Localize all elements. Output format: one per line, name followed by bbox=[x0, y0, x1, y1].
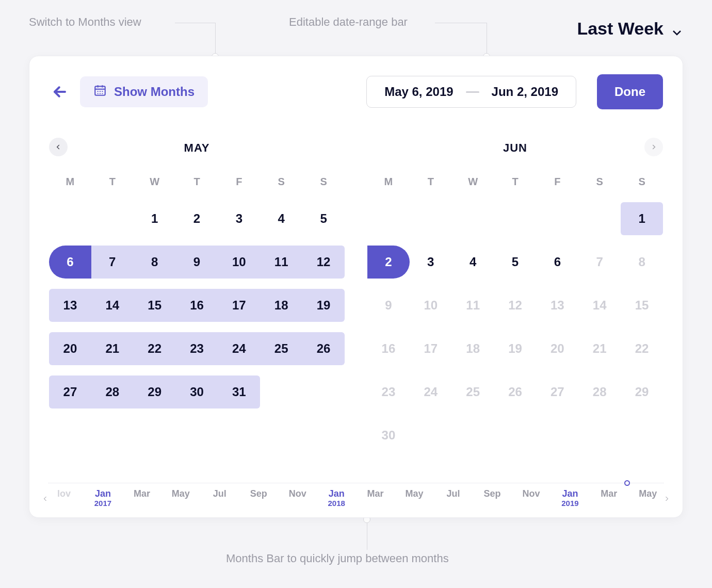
month-next-button[interactable] bbox=[644, 138, 663, 156]
day-empty bbox=[578, 414, 621, 457]
day-cell[interactable]: 1 bbox=[621, 197, 663, 240]
day-cell[interactable]: 29 bbox=[621, 370, 663, 414]
day-cell[interactable]: 12 bbox=[494, 284, 537, 327]
day-cell[interactable]: 12 bbox=[302, 240, 345, 284]
day-cell[interactable]: 28 bbox=[578, 370, 621, 414]
day-cell[interactable]: 4 bbox=[260, 197, 302, 240]
day-cell[interactable]: 14 bbox=[91, 284, 134, 327]
range-to: Jun 2, 2019 bbox=[492, 85, 558, 99]
done-button[interactable]: Done bbox=[597, 74, 663, 109]
timeline-month[interactable]: Jan2017 bbox=[91, 488, 115, 508]
timeline-month-label: Nov bbox=[286, 488, 310, 499]
day-cell[interactable]: 27 bbox=[49, 370, 91, 414]
day-cell[interactable]: 3 bbox=[218, 197, 260, 240]
timeline-month[interactable]: Mar bbox=[597, 488, 621, 499]
day-cell[interactable]: 6 bbox=[536, 240, 578, 284]
month-prev-button[interactable] bbox=[49, 138, 68, 156]
day-cell[interactable]: 11 bbox=[260, 240, 302, 284]
timeline-month[interactable]: Sep bbox=[480, 488, 504, 499]
day-cell[interactable]: 14 bbox=[578, 284, 621, 327]
timeline-month[interactable]: Sep bbox=[247, 488, 270, 499]
range-preset-dropdown[interactable]: Last Week bbox=[577, 19, 683, 39]
day-number: 28 bbox=[105, 385, 119, 399]
show-months-button[interactable]: Show Months bbox=[80, 76, 208, 107]
day-cell[interactable]: 24 bbox=[410, 370, 452, 414]
day-cell[interactable]: 8 bbox=[134, 240, 176, 284]
day-number: 4 bbox=[470, 255, 476, 269]
day-cell[interactable]: 16 bbox=[367, 327, 410, 370]
day-number: 24 bbox=[232, 341, 246, 356]
day-cell[interactable]: 5 bbox=[302, 197, 345, 240]
day-cell[interactable]: 28 bbox=[91, 370, 134, 414]
day-cell[interactable]: 25 bbox=[452, 370, 494, 414]
day-cell[interactable]: 16 bbox=[176, 284, 218, 327]
day-cell[interactable]: 11 bbox=[452, 284, 494, 327]
day-cell[interactable]: 24 bbox=[218, 327, 260, 370]
timeline-month[interactable]: Nov bbox=[519, 488, 543, 499]
timeline-month[interactable]: lov bbox=[52, 488, 76, 499]
day-cell[interactable]: 19 bbox=[494, 327, 537, 370]
day-cell[interactable]: 27 bbox=[536, 370, 578, 414]
day-cell[interactable]: 13 bbox=[49, 284, 91, 327]
timeline-month[interactable]: May bbox=[402, 488, 426, 499]
day-cell[interactable]: 30 bbox=[367, 414, 410, 457]
date-range-input[interactable]: May 6, 2019 Jun 2, 2019 bbox=[366, 76, 576, 108]
timeline-month[interactable]: Mar bbox=[130, 488, 154, 499]
day-cell[interactable]: 9 bbox=[367, 284, 410, 327]
day-cell[interactable]: 6 bbox=[49, 240, 91, 284]
day-cell[interactable]: 22 bbox=[621, 327, 663, 370]
day-number: 17 bbox=[232, 298, 246, 313]
timeline-month[interactable]: Jan2018 bbox=[325, 488, 348, 508]
day-cell[interactable]: 23 bbox=[176, 327, 218, 370]
day-cell[interactable]: 20 bbox=[536, 327, 578, 370]
day-cell[interactable]: 7 bbox=[91, 240, 134, 284]
day-number: 12 bbox=[508, 298, 522, 313]
day-cell[interactable]: 8 bbox=[621, 240, 663, 284]
day-cell[interactable]: 31 bbox=[218, 370, 260, 414]
day-cell[interactable]: 13 bbox=[536, 284, 578, 327]
timeline-month[interactable]: Jul bbox=[208, 488, 232, 499]
day-cell[interactable]: 21 bbox=[578, 327, 621, 370]
day-cell[interactable]: 17 bbox=[218, 284, 260, 327]
day-cell[interactable]: 22 bbox=[134, 327, 176, 370]
timeline-prev-button[interactable] bbox=[39, 488, 52, 509]
timeline-month[interactable]: Jul bbox=[442, 488, 465, 499]
timeline-month[interactable]: Nov bbox=[286, 488, 310, 499]
timeline-rail[interactable] bbox=[48, 483, 664, 483]
day-cell[interactable]: 10 bbox=[410, 284, 452, 327]
day-number: 13 bbox=[551, 298, 564, 313]
day-cell[interactable]: 4 bbox=[452, 240, 494, 284]
annotation-leader bbox=[435, 23, 487, 23]
day-cell[interactable]: 2 bbox=[367, 240, 410, 284]
day-cell[interactable]: 29 bbox=[134, 370, 176, 414]
day-number: 3 bbox=[236, 211, 242, 226]
day-cell[interactable]: 5 bbox=[494, 240, 537, 284]
day-cell[interactable]: 15 bbox=[621, 284, 663, 327]
day-cell[interactable]: 17 bbox=[410, 327, 452, 370]
back-button[interactable] bbox=[49, 81, 71, 103]
day-cell[interactable]: 26 bbox=[494, 370, 537, 414]
timeline-month[interactable]: May bbox=[636, 488, 660, 499]
timeline-month[interactable]: Mar bbox=[364, 488, 387, 499]
day-cell[interactable]: 25 bbox=[260, 327, 302, 370]
day-cell[interactable]: 26 bbox=[302, 327, 345, 370]
day-cell[interactable]: 23 bbox=[367, 370, 410, 414]
day-cell[interactable]: 18 bbox=[260, 284, 302, 327]
day-cell[interactable]: 19 bbox=[302, 284, 345, 327]
day-cell[interactable]: 10 bbox=[218, 240, 260, 284]
day-cell[interactable]: 9 bbox=[176, 240, 218, 284]
day-cell[interactable]: 2 bbox=[176, 197, 218, 240]
day-cell[interactable]: 30 bbox=[176, 370, 218, 414]
timeline-handle-icon[interactable] bbox=[624, 480, 630, 486]
day-cell[interactable]: 7 bbox=[578, 240, 621, 284]
day-number: 5 bbox=[512, 255, 519, 269]
timeline-month[interactable]: Jan2019 bbox=[558, 488, 582, 508]
day-cell[interactable]: 20 bbox=[49, 327, 91, 370]
day-cell[interactable]: 1 bbox=[134, 197, 176, 240]
day-cell[interactable]: 3 bbox=[410, 240, 452, 284]
day-cell[interactable]: 21 bbox=[91, 327, 134, 370]
day-cell[interactable]: 18 bbox=[452, 327, 494, 370]
timeline-month[interactable]: May bbox=[169, 488, 192, 499]
timeline-next-button[interactable] bbox=[660, 488, 673, 509]
day-cell[interactable]: 15 bbox=[134, 284, 176, 327]
